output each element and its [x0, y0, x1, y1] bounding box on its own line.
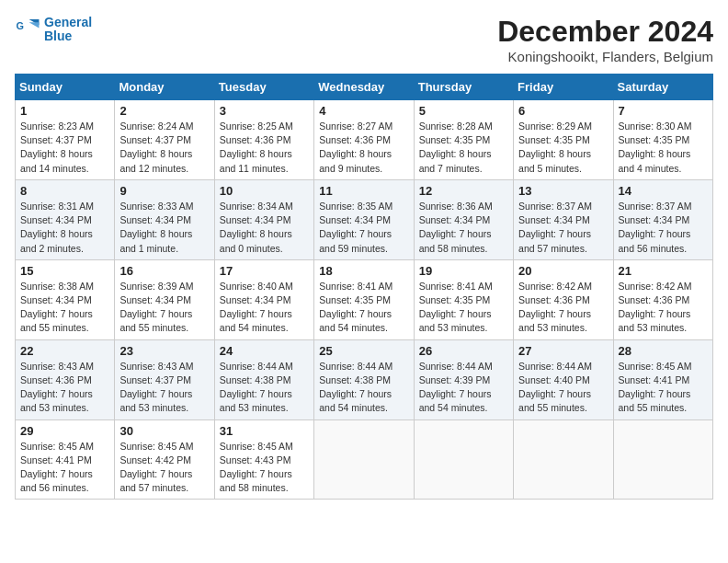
day-number: 20: [518, 264, 608, 278]
day-number: 28: [619, 344, 708, 358]
calendar-cell: [613, 419, 712, 500]
day-info: Sunrise: 8:37 AM Sunset: 4:34 PM Dayligh…: [619, 200, 708, 256]
calendar-cell: 15Sunrise: 8:38 AM Sunset: 4:34 PM Dayli…: [16, 259, 115, 339]
day-info: Sunrise: 8:44 AM Sunset: 4:39 PM Dayligh…: [419, 360, 508, 416]
day-number: 9: [119, 184, 209, 198]
calendar-cell: 28Sunrise: 8:45 AM Sunset: 4:41 PM Dayli…: [613, 339, 712, 419]
day-info: Sunrise: 8:42 AM Sunset: 4:36 PM Dayligh…: [619, 280, 708, 336]
day-info: Sunrise: 8:41 AM Sunset: 4:35 PM Dayligh…: [419, 280, 508, 336]
day-number: 17: [220, 264, 309, 278]
calendar-cell: 23Sunrise: 8:43 AM Sunset: 4:37 PM Dayli…: [115, 339, 214, 419]
day-number: 3: [220, 104, 309, 118]
calendar-cell: 10Sunrise: 8:34 AM Sunset: 4:34 PM Dayli…: [214, 179, 313, 259]
day-number: 18: [319, 264, 408, 278]
day-info: Sunrise: 8:30 AM Sunset: 4:35 PM Dayligh…: [619, 120, 708, 176]
calendar-cell: 9Sunrise: 8:33 AM Sunset: 4:34 PM Daylig…: [115, 179, 214, 259]
day-number: 31: [220, 424, 309, 438]
calendar-week-row: 15Sunrise: 8:38 AM Sunset: 4:34 PM Dayli…: [16, 259, 713, 339]
calendar-cell: 30Sunrise: 8:45 AM Sunset: 4:42 PM Dayli…: [115, 419, 214, 500]
calendar-cell: 31Sunrise: 8:45 AM Sunset: 4:43 PM Dayli…: [214, 419, 313, 500]
weekday-header-row: SundayMondayTuesdayWednesdayThursdayFrid…: [16, 75, 713, 100]
month-title: December 2024: [497, 15, 713, 49]
day-number: 26: [419, 344, 508, 358]
day-info: Sunrise: 8:45 AM Sunset: 4:41 PM Dayligh…: [20, 440, 109, 496]
logo-icon: G: [15, 17, 40, 42]
calendar-cell: 19Sunrise: 8:41 AM Sunset: 4:35 PM Dayli…: [414, 259, 513, 339]
day-number: 13: [518, 184, 608, 198]
logo: G General Blue: [15, 15, 92, 44]
calendar-cell: 16Sunrise: 8:39 AM Sunset: 4:34 PM Dayli…: [115, 259, 214, 339]
calendar-cell: 2Sunrise: 8:24 AM Sunset: 4:37 PM Daylig…: [115, 100, 214, 180]
title-block: December 2024 Koningshooikt, Flanders, B…: [497, 15, 713, 64]
day-info: Sunrise: 8:40 AM Sunset: 4:34 PM Dayligh…: [220, 280, 309, 336]
calendar-cell: 7Sunrise: 8:30 AM Sunset: 4:35 PM Daylig…: [613, 100, 712, 180]
day-info: Sunrise: 8:28 AM Sunset: 4:35 PM Dayligh…: [419, 120, 508, 176]
calendar-cell: 5Sunrise: 8:28 AM Sunset: 4:35 PM Daylig…: [414, 100, 513, 180]
calendar-week-row: 1Sunrise: 8:23 AM Sunset: 4:37 PM Daylig…: [16, 100, 713, 180]
day-number: 23: [119, 344, 209, 358]
day-info: Sunrise: 8:44 AM Sunset: 4:38 PM Dayligh…: [220, 360, 309, 416]
weekday-header-wednesday: Wednesday: [314, 75, 414, 100]
day-number: 25: [319, 344, 408, 358]
day-number: 2: [119, 104, 209, 118]
calendar-cell: 8Sunrise: 8:31 AM Sunset: 4:34 PM Daylig…: [16, 179, 115, 259]
day-info: Sunrise: 8:38 AM Sunset: 4:34 PM Dayligh…: [20, 280, 109, 336]
calendar-cell: 25Sunrise: 8:44 AM Sunset: 4:38 PM Dayli…: [314, 339, 414, 419]
day-info: Sunrise: 8:25 AM Sunset: 4:36 PM Dayligh…: [220, 120, 309, 176]
calendar-cell: 6Sunrise: 8:29 AM Sunset: 4:35 PM Daylig…: [514, 100, 613, 180]
calendar-cell: 24Sunrise: 8:44 AM Sunset: 4:38 PM Dayli…: [214, 339, 313, 419]
day-info: Sunrise: 8:44 AM Sunset: 4:40 PM Dayligh…: [518, 360, 608, 416]
day-info: Sunrise: 8:29 AM Sunset: 4:35 PM Dayligh…: [518, 120, 608, 176]
calendar-cell: 26Sunrise: 8:44 AM Sunset: 4:39 PM Dayli…: [414, 339, 513, 419]
calendar-cell: 22Sunrise: 8:43 AM Sunset: 4:36 PM Dayli…: [16, 339, 115, 419]
day-info: Sunrise: 8:44 AM Sunset: 4:38 PM Dayligh…: [319, 360, 408, 416]
calendar-week-row: 22Sunrise: 8:43 AM Sunset: 4:36 PM Dayli…: [16, 339, 713, 419]
page-header: G General Blue December 2024 Koningshooi…: [15, 15, 713, 64]
calendar-cell: 21Sunrise: 8:42 AM Sunset: 4:36 PM Dayli…: [613, 259, 712, 339]
day-info: Sunrise: 8:45 AM Sunset: 4:42 PM Dayligh…: [119, 440, 209, 496]
day-info: Sunrise: 8:31 AM Sunset: 4:34 PM Dayligh…: [20, 200, 109, 256]
calendar-cell: [414, 419, 513, 500]
weekday-header-monday: Monday: [115, 75, 214, 100]
calendar-cell: 12Sunrise: 8:36 AM Sunset: 4:34 PM Dayli…: [414, 179, 513, 259]
day-info: Sunrise: 8:41 AM Sunset: 4:35 PM Dayligh…: [319, 280, 408, 336]
day-number: 21: [619, 264, 708, 278]
calendar-cell: 29Sunrise: 8:45 AM Sunset: 4:41 PM Dayli…: [16, 419, 115, 500]
weekday-header-sunday: Sunday: [16, 75, 115, 100]
day-info: Sunrise: 8:35 AM Sunset: 4:34 PM Dayligh…: [319, 200, 408, 256]
day-info: Sunrise: 8:43 AM Sunset: 4:36 PM Dayligh…: [20, 360, 109, 416]
day-info: Sunrise: 8:34 AM Sunset: 4:34 PM Dayligh…: [220, 200, 309, 256]
calendar-cell: 27Sunrise: 8:44 AM Sunset: 4:40 PM Dayli…: [514, 339, 613, 419]
day-info: Sunrise: 8:45 AM Sunset: 4:41 PM Dayligh…: [619, 360, 708, 416]
calendar-cell: 14Sunrise: 8:37 AM Sunset: 4:34 PM Dayli…: [613, 179, 712, 259]
weekday-header-friday: Friday: [514, 75, 613, 100]
calendar-cell: 20Sunrise: 8:42 AM Sunset: 4:36 PM Dayli…: [514, 259, 613, 339]
day-number: 14: [619, 184, 708, 198]
day-number: 10: [220, 184, 309, 198]
weekday-header-saturday: Saturday: [613, 75, 712, 100]
day-info: Sunrise: 8:37 AM Sunset: 4:34 PM Dayligh…: [518, 200, 608, 256]
calendar-week-row: 29Sunrise: 8:45 AM Sunset: 4:41 PM Dayli…: [16, 419, 713, 500]
day-number: 24: [220, 344, 309, 358]
day-info: Sunrise: 8:39 AM Sunset: 4:34 PM Dayligh…: [119, 280, 209, 336]
calendar-cell: [314, 419, 414, 500]
day-number: 12: [419, 184, 508, 198]
day-number: 29: [20, 424, 109, 438]
day-number: 30: [119, 424, 209, 438]
day-number: 6: [518, 104, 608, 118]
logo-line2: Blue: [44, 29, 92, 44]
day-info: Sunrise: 8:42 AM Sunset: 4:36 PM Dayligh…: [518, 280, 608, 336]
calendar-table: SundayMondayTuesdayWednesdayThursdayFrid…: [15, 74, 713, 500]
day-info: Sunrise: 8:45 AM Sunset: 4:43 PM Dayligh…: [220, 440, 309, 496]
day-number: 7: [619, 104, 708, 118]
day-number: 8: [20, 184, 109, 198]
day-info: Sunrise: 8:36 AM Sunset: 4:34 PM Dayligh…: [419, 200, 508, 256]
calendar-cell: [514, 419, 613, 500]
day-number: 11: [319, 184, 408, 198]
calendar-cell: 17Sunrise: 8:40 AM Sunset: 4:34 PM Dayli…: [214, 259, 313, 339]
day-number: 22: [20, 344, 109, 358]
day-number: 4: [319, 104, 408, 118]
day-number: 16: [119, 264, 209, 278]
calendar-cell: 1Sunrise: 8:23 AM Sunset: 4:37 PM Daylig…: [16, 100, 115, 180]
day-info: Sunrise: 8:23 AM Sunset: 4:37 PM Dayligh…: [20, 120, 109, 176]
